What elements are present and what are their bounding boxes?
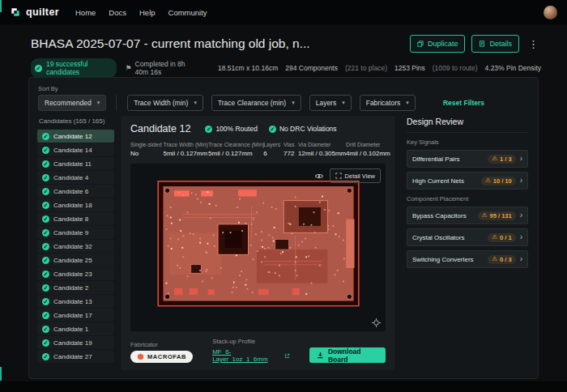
review-item[interactable]: Bypass Capacitors⚠95 / 131›: [407, 207, 528, 224]
board-preview-image[interactable]: [157, 180, 360, 306]
nav-link-help[interactable]: Help: [139, 8, 156, 17]
candidate-name: Candidate 27: [53, 353, 92, 360]
spec-value: 5mil / 0.127mm: [164, 150, 204, 157]
warning-badge: ⚠1 / 3: [488, 155, 515, 164]
board-stat: 294 Components: [285, 64, 338, 72]
candidate-check-icon: ✓: [42, 215, 49, 223]
candidate-check-icon: ✓: [42, 284, 49, 292]
flag-icon: ⚑: [126, 64, 132, 72]
recenter-icon[interactable]: [372, 318, 381, 327]
candidate-list-item[interactable]: ✓Candidate 4: [37, 171, 114, 184]
candidate-list-item[interactable]: ✓Candidate 17: [37, 309, 114, 322]
candidate-check-icon: ✓: [42, 147, 49, 154]
review-item-label: Switching Converters: [412, 256, 484, 263]
filter-dropdown[interactable]: Fabricators▾: [360, 95, 416, 111]
fabricator-badge[interactable]: MACROFAB: [130, 351, 193, 363]
candidate-list-item[interactable]: ✓Candidate 18: [37, 198, 114, 211]
candidate-list-item[interactable]: ✓Candidate 13: [37, 295, 114, 308]
warning-icon: ⚠: [492, 256, 497, 262]
spec-label: Via Diameter: [298, 142, 341, 147]
filter-dropdown[interactable]: Layers▾: [309, 95, 352, 111]
candidate-list-item[interactable]: ✓Candidate 6: [37, 185, 114, 198]
candidate-check-icon: ✓: [42, 160, 49, 168]
candidate-check-icon: ✓: [42, 188, 49, 195]
status-badge-label: No DRC Violations: [279, 125, 337, 133]
candidate-list-item[interactable]: ✓Candidate 12: [37, 130, 114, 143]
sort-dropdown[interactable]: Recommended ▾: [38, 95, 106, 111]
candidate-list-item[interactable]: ✓Candidate 14: [37, 143, 114, 156]
review-item[interactable]: High Current Nets⚠10 / 10›: [407, 172, 528, 190]
brand-name: quilter: [26, 6, 59, 18]
chevron-right-icon: ›: [520, 233, 522, 241]
review-item[interactable]: Switching Converters⚠0 / 3›: [407, 250, 528, 268]
status-badge: ✓No DRC Violations: [269, 125, 337, 133]
ghost-visibility-icon[interactable]: [314, 173, 324, 180]
review-item[interactable]: Differential Pairs⚠1 / 3›: [407, 150, 528, 168]
stackup-profile-link[interactable]: MF_6-Layer_1oz_1_6mm: [212, 348, 290, 363]
duplicate-button[interactable]: Duplicate: [410, 35, 466, 53]
review-item-label: Differential Pairs: [412, 156, 484, 163]
kebab-menu-icon[interactable]: ⋮: [526, 38, 541, 50]
content-row: Candidates (165 / 165) ✓Candidate 12✓Can…: [37, 116, 530, 370]
spec-value: No: [130, 150, 159, 157]
caret-down-icon: ▾: [194, 100, 197, 106]
spec-label: Layers: [263, 142, 279, 147]
nav-link-community[interactable]: Community: [168, 8, 207, 17]
job-header: BHASA 2025-07-07 - current matching old …: [0, 24, 567, 78]
candidate-list-item[interactable]: ✓Candidate 1: [37, 322, 114, 335]
candidate-list-item[interactable]: ✓Candidate 25: [37, 254, 114, 266]
candidate-list-item[interactable]: ✓Candidate 23: [37, 267, 114, 280]
filter-dropdown[interactable]: Trace Width (min)▾: [127, 95, 203, 111]
quilter-logo[interactable]: quilter: [10, 6, 59, 18]
candidate-check-icon: ✓: [42, 298, 49, 305]
candidate-name: Candidate 2: [53, 284, 88, 292]
candidate-name: Candidate 17: [53, 312, 92, 319]
status-badge-label: 100% Routed: [215, 125, 258, 133]
candidate-check-icon: ✓: [42, 257, 49, 264]
details-button[interactable]: Details: [471, 35, 519, 53]
nav-link-home[interactable]: Home: [75, 8, 96, 17]
caret-down-icon: ▾: [97, 100, 100, 106]
spec-value: 6: [263, 150, 279, 157]
user-avatar[interactable]: [544, 6, 557, 19]
sort-group: Sort By Recommended ▾: [38, 85, 106, 111]
review-item-label: High Current Nets: [412, 177, 478, 185]
board-stat: 4.23% Pin Density: [485, 64, 541, 72]
candidate-list-item[interactable]: ✓Candidate 19: [37, 336, 114, 349]
candidate-list-item[interactable]: ✓Candidate 9: [37, 226, 114, 239]
review-item[interactable]: Crystal Oscillators⚠0 / 1›: [407, 228, 528, 246]
app-screen: quilter HomeDocsHelpCommunity BHASA 2025…: [0, 0, 567, 392]
reset-filters-link[interactable]: Reset Filters: [443, 99, 484, 107]
candidate-list-item[interactable]: ✓Candidate 32: [37, 240, 114, 253]
filter-dropdown[interactable]: Trace Clearance (min)▾: [211, 95, 301, 111]
title-row: BHASA 2025-07-07 - current matching old …: [31, 35, 541, 53]
candidate-list-item[interactable]: ✓Candidate 27: [37, 350, 114, 363]
filter-dropdown-label: Trace Clearance (min): [218, 99, 286, 107]
download-board-button[interactable]: Download Board: [309, 347, 386, 363]
candidate-name: Candidate 18: [53, 202, 92, 209]
chevron-right-icon: ›: [520, 211, 522, 219]
candidate-header: Candidate 12 ✓100% Routed✓No DRC Violati…: [130, 123, 386, 134]
candidate-list-item[interactable]: ✓Candidate 8: [37, 212, 114, 225]
review-section-title: Key Signals: [407, 138, 528, 146]
candidate-name: Candidate 19: [53, 339, 92, 347]
candidate-list-item[interactable]: ✓Candidate 2: [37, 281, 114, 294]
warning-icon: ⚠: [485, 177, 491, 184]
candidate-list-item[interactable]: ✓Candidate 11: [37, 157, 114, 170]
review-sections: Key SignalsDifferential Pairs⚠1 / 3›High…: [407, 138, 528, 268]
nav-link-docs[interactable]: Docs: [109, 8, 126, 17]
check-circle-icon: ✓: [205, 126, 212, 133]
filter-dropdown-label: Layers: [316, 99, 337, 107]
filter-dropdown-label: Trace Width (min): [134, 99, 188, 107]
warning-badge: ⚠0 / 1: [488, 233, 515, 242]
bottom-strip: [0, 381, 567, 392]
candidate-check-icon: ✓: [42, 174, 49, 181]
candidate-name: Candidate 6: [53, 188, 88, 195]
main-panel: Sort By Recommended ▾ Trace Width (min)▾…: [28, 77, 539, 379]
candidate-name: Candidate 23: [53, 271, 92, 278]
detail-view-button[interactable]: Detail View: [330, 168, 381, 183]
candidates-column: Candidates (165 / 165) ✓Candidate 12✓Can…: [37, 116, 114, 370]
candidate-name: Candidate 12: [53, 133, 92, 140]
candidate-name: Candidate 9: [53, 229, 88, 236]
candidate-name: Candidate 11: [53, 160, 92, 168]
